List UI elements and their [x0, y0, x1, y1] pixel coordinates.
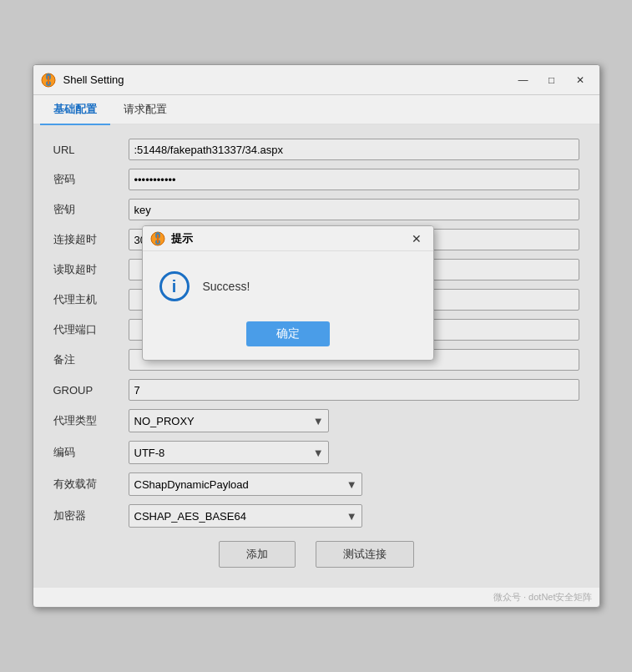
svg-rect-7 — [157, 235, 159, 243]
minimize-button[interactable]: — — [511, 71, 536, 89]
form-content: URL 密码 密钥 连接超时 读取超时 代理主机 代 — [33, 125, 599, 588]
modal-java-icon — [149, 230, 166, 247]
close-button[interactable]: ✕ — [568, 71, 593, 89]
app-icon — [40, 72, 57, 88]
modal-title: 提示 — [171, 231, 407, 246]
modal-confirm-button[interactable]: 确定 — [246, 321, 330, 346]
title-bar: Shell Setting — □ ✕ — [33, 65, 599, 95]
modal-dialog: 提示 ✕ i Success! 确定 — [142, 225, 434, 361]
modal-close-button[interactable]: ✕ — [407, 230, 427, 247]
modal-overlay: 提示 ✕ i Success! 确定 — [33, 125, 599, 588]
tab-request[interactable]: 请求配置 — [110, 95, 180, 125]
main-window: Shell Setting — □ ✕ 基础配置 请求配置 URL 密码 密钥 — [33, 64, 600, 608]
tab-basic[interactable]: 基础配置 — [40, 95, 110, 125]
svg-rect-3 — [48, 76, 49, 84]
modal-footer: 确定 — [143, 315, 433, 360]
maximize-button[interactable]: □ — [539, 71, 564, 89]
modal-title-bar: 提示 ✕ — [143, 226, 433, 251]
window-controls: — □ ✕ — [511, 71, 593, 89]
watermark: 微众号 · dotNet安全矩阵 — [33, 588, 599, 607]
tab-bar: 基础配置 请求配置 — [33, 95, 599, 125]
modal-message: Success! — [203, 280, 250, 293]
info-icon: i — [159, 271, 190, 301]
modal-body: i Success! — [143, 251, 433, 315]
window-title: Shell Setting — [63, 73, 511, 86]
